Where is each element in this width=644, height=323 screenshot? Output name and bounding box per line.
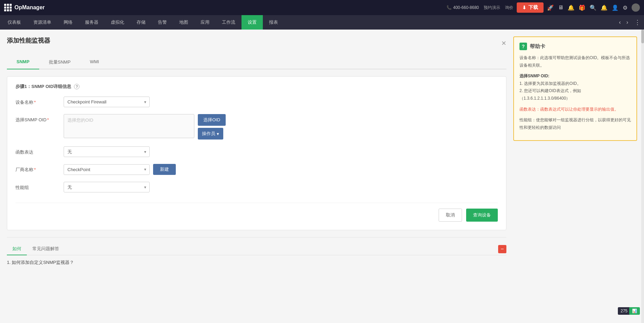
bell-icon[interactable]: 🔔 — [568, 4, 575, 11]
nav-network[interactable]: 网络 — [57, 15, 79, 30]
oid-area: 选择您的OID 选择OID 操作员 ▾ — [64, 114, 498, 140]
device-name-select[interactable]: Checkpoint Firewall — [64, 97, 150, 107]
device-name-select-wrapper: Checkpoint Firewall — [64, 97, 150, 107]
user-icon[interactable]: 👤 — [612, 4, 619, 11]
nav-alert[interactable]: 告警 — [152, 15, 173, 30]
pricing-link[interactable]: 询价 — [505, 5, 513, 11]
close-button[interactable]: ✕ — [501, 40, 506, 47]
vendor-select-wrapper: CheckPoint — [64, 164, 150, 175]
main-content: 添加性能监视器 ✕ SNMP 批量SNMP WMI 步骤1：SNMP OID详细… — [0, 30, 644, 323]
help-card: ? 帮助卡 设备名称：此选项可帮助您测试设备的OID。模板不会与所选设备相关联。… — [513, 36, 637, 141]
phone-icon: 📞 — [447, 5, 452, 10]
vendor-label: 厂商名称* — [15, 164, 64, 173]
page-title: 添加性能监视器 — [7, 36, 50, 45]
device-name-label: 设备名称* — [15, 97, 64, 105]
nav-storage[interactable]: 存储 — [130, 15, 152, 30]
func-select[interactable]: 无 — [64, 146, 150, 157]
right-panel: ? 帮助卡 设备名称：此选项可帮助您测试设备的OID。模板不会与所选设备相关联。… — [513, 36, 637, 316]
snmp-oid-control: 选择您的OID 选择OID 操作员 ▾ — [64, 114, 498, 140]
nav-inventory[interactable]: 资源清单 — [27, 15, 57, 30]
help-badge: ? — [519, 43, 527, 50]
help-device-name: 设备名称：此选项可帮助您测试设备的OID。模板不会与所选设备相关联。 — [519, 54, 631, 69]
avatar[interactable] — [632, 3, 640, 12]
faq-tab-bar: 如何 常见问题解答 − — [7, 243, 506, 255]
form-actions: 取消 查询设备 — [15, 203, 498, 222]
help-perf-group: 性能组：使您能够对一组监视器进行分组，以获得更好的可见性和更轻松的数据访问 — [519, 116, 631, 131]
nav-report[interactable]: 报表 — [263, 15, 284, 30]
faq-collapse-button[interactable]: − — [498, 245, 506, 253]
oid-input[interactable]: 选择您的OID — [64, 114, 194, 138]
new-vendor-button[interactable]: 新建 — [153, 164, 176, 175]
vendor-row-inner: CheckPoint 新建 — [64, 164, 498, 175]
tab-bar: SNMP 批量SNMP WMI — [7, 56, 506, 69]
counter-badge: 275 — [618, 307, 630, 315]
help-snmp-oid: 选择SNMP OID: 1. 选择要为其添加监视器的OID。 2. 您还可以构建… — [519, 73, 631, 102]
help-title: 帮助卡 — [530, 43, 545, 50]
alert-icon[interactable]: 🔔 — [601, 4, 608, 11]
perf-group-row: 性能组 无 — [15, 182, 498, 192]
topbar-actions: 🚀 🖥 🔔 🎁 🔍 🔔 👤 ⚙ — [547, 3, 640, 12]
tab-bulk-snmp[interactable]: 批量SNMP — [39, 56, 80, 69]
vendor-select[interactable]: CheckPoint — [64, 164, 150, 175]
perf-group-select-wrapper: 无 — [64, 182, 150, 192]
grid-icon — [4, 4, 12, 11]
nav-more[interactable]: ⋮ — [631, 15, 644, 30]
nav-virtual[interactable]: 虚拟化 — [105, 15, 130, 30]
left-panel: 添加性能监视器 ✕ SNMP 批量SNMP WMI 步骤1：SNMP OID详细… — [7, 36, 506, 316]
perf-group-control: 无 — [64, 182, 498, 192]
settings-icon[interactable]: ⚙ — [623, 4, 627, 11]
nav-workflow[interactable]: 工作流 — [216, 15, 242, 30]
cancel-button[interactable]: 取消 — [439, 209, 462, 222]
topbar: OpManager 📞 400-660-8680 预约演示 询价 ⬇ 下载 🚀 … — [0, 0, 644, 15]
oid-buttons: 选择OID 操作员 ▾ — [198, 114, 226, 140]
help-card-body: 设备名称：此选项可帮助您测试设备的OID。模板不会与所选设备相关联。 选择SNM… — [519, 54, 631, 131]
snmp-oid-row: 选择SNMP OID* 选择您的OID 选择OID 操作员 ▾ — [15, 114, 498, 140]
vendor-row: 厂商名称* CheckPoint 新建 — [15, 164, 498, 175]
scrollbar-track — [641, 30, 644, 323]
form-card: 步骤1：SNMP OID详细信息 ? 设备名称* Checkpoint Fire… — [7, 76, 506, 230]
device-name-row: 设备名称* Checkpoint Firewall — [15, 97, 498, 107]
vendor-control: CheckPoint 新建 — [64, 164, 498, 175]
report-badge[interactable]: 📊 — [629, 307, 640, 315]
nav-map[interactable]: 地图 — [173, 15, 194, 30]
func-select-wrapper: 无 — [64, 146, 150, 157]
nav-app[interactable]: 应用 — [194, 15, 216, 30]
tab-snmp[interactable]: SNMP — [7, 56, 39, 69]
nav-server[interactable]: 服务器 — [79, 15, 105, 30]
nav-forward-arrow[interactable]: › — [624, 15, 631, 30]
nav-arrows: ‹ › — [616, 15, 631, 30]
scrollbar-thumb[interactable] — [641, 30, 644, 43]
download-button[interactable]: ⬇ 下载 — [517, 2, 544, 13]
download-icon: ⬇ — [522, 5, 526, 10]
help-card-header: ? 帮助卡 — [519, 43, 631, 50]
demo-link[interactable]: 预约演示 — [484, 5, 500, 11]
query-device-button[interactable]: 查询设备 — [466, 209, 498, 222]
operator-dropdown-icon: ▾ — [217, 131, 219, 136]
snmp-oid-label: 选择SNMP OID* — [15, 114, 64, 123]
faq-content: 1. 如何添加自定义SNMP监视器？ — [7, 259, 506, 266]
nav-back-arrow[interactable]: ‹ — [616, 15, 623, 30]
faq-tab-how[interactable]: 如何 — [7, 243, 27, 255]
operator-button[interactable]: 操作员 ▾ — [198, 128, 223, 140]
phone-number: 📞 400-660-8680 — [447, 5, 479, 10]
func-row: 函数表达 无 — [15, 146, 498, 157]
tab-wmi[interactable]: WMI — [80, 56, 109, 69]
nav-dashboard[interactable]: 仪表板 — [1, 15, 27, 30]
gift-icon[interactable]: 🎁 — [579, 4, 586, 11]
help-func: 函数表达：函数表达式可以让你处理要显示的输出值。 — [519, 106, 631, 113]
section-title: 步骤1：SNMP OID详细信息 ? — [15, 83, 498, 90]
faq-section: 如何 常见问题解答 − 1. 如何添加自定义SNMP监视器？ — [7, 237, 506, 271]
app-name: OpManager — [14, 4, 45, 11]
faq-tab-faq[interactable]: 常见问题解答 — [27, 243, 65, 255]
func-label: 函数表达 — [15, 146, 64, 155]
step-help-icon[interactable]: ? — [74, 84, 79, 89]
app-logo: OpManager — [4, 4, 443, 11]
perf-group-label: 性能组 — [15, 182, 64, 191]
perf-group-select[interactable]: 无 — [64, 182, 150, 192]
search-icon[interactable]: 🔍 — [590, 4, 597, 11]
nav-settings[interactable]: 设置 — [242, 15, 263, 30]
select-oid-button[interactable]: 选择OID — [198, 114, 226, 126]
monitor-icon[interactable]: 🖥 — [558, 4, 564, 11]
rocket-icon[interactable]: 🚀 — [547, 4, 554, 11]
topbar-info: 📞 400-660-8680 预约演示 询价 — [447, 5, 513, 11]
